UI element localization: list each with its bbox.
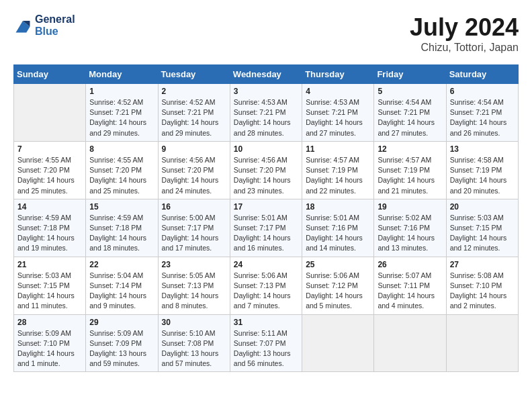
day-info: Sunrise: 4:56 AM Sunset: 7:20 PM Dayligh… bbox=[162, 155, 226, 196]
day-info: Sunrise: 5:09 AM Sunset: 7:09 PM Dayligh… bbox=[89, 328, 154, 369]
day-cell: 16Sunrise: 5:00 AM Sunset: 7:17 PM Dayli… bbox=[158, 199, 230, 257]
day-info: Sunrise: 5:02 AM Sunset: 7:16 PM Dayligh… bbox=[378, 213, 442, 254]
day-number: 19 bbox=[378, 202, 442, 212]
day-info: Sunrise: 4:54 AM Sunset: 7:21 PM Dayligh… bbox=[450, 97, 515, 138]
day-number: 3 bbox=[234, 87, 298, 96]
header-row: SundayMondayTuesdayWednesdayThursdayFrid… bbox=[14, 65, 519, 84]
day-info: Sunrise: 5:03 AM Sunset: 7:15 PM Dayligh… bbox=[450, 213, 515, 254]
col-header-tuesday: Tuesday bbox=[158, 65, 230, 84]
day-number: 26 bbox=[378, 260, 442, 269]
day-cell: 13Sunrise: 4:58 AM Sunset: 7:19 PM Dayli… bbox=[446, 141, 518, 199]
day-number: 16 bbox=[162, 202, 226, 212]
day-number: 12 bbox=[378, 144, 442, 154]
day-info: Sunrise: 5:07 AM Sunset: 7:11 PM Dayligh… bbox=[378, 271, 442, 312]
day-cell: 15Sunrise: 4:59 AM Sunset: 7:18 PM Dayli… bbox=[86, 199, 158, 257]
day-cell: 6Sunrise: 4:54 AM Sunset: 7:21 PM Daylig… bbox=[446, 84, 518, 142]
col-header-sunday: Sunday bbox=[14, 65, 86, 84]
day-number: 4 bbox=[306, 87, 370, 96]
day-number: 9 bbox=[162, 144, 226, 154]
day-info: Sunrise: 5:01 AM Sunset: 7:16 PM Dayligh… bbox=[306, 213, 370, 254]
page-header: General Blue July 2024 Chizu, Tottori, J… bbox=[13, 13, 519, 54]
day-cell: 9Sunrise: 4:56 AM Sunset: 7:20 PM Daylig… bbox=[158, 141, 230, 199]
day-cell: 17Sunrise: 5:01 AM Sunset: 7:17 PM Dayli… bbox=[230, 199, 302, 257]
week-row-2: 7Sunrise: 4:55 AM Sunset: 7:20 PM Daylig… bbox=[14, 141, 519, 199]
day-number: 5 bbox=[378, 87, 442, 96]
day-cell: 8Sunrise: 4:55 AM Sunset: 7:20 PM Daylig… bbox=[86, 141, 158, 199]
day-info: Sunrise: 5:09 AM Sunset: 7:10 PM Dayligh… bbox=[17, 328, 82, 369]
day-number: 20 bbox=[450, 202, 515, 212]
day-cell: 2Sunrise: 4:52 AM Sunset: 7:21 PM Daylig… bbox=[158, 84, 230, 142]
day-number: 28 bbox=[17, 318, 82, 327]
logo-icon bbox=[13, 16, 32, 35]
day-number: 2 bbox=[162, 87, 226, 96]
day-number: 30 bbox=[162, 318, 226, 327]
day-number: 6 bbox=[450, 87, 515, 96]
week-row-4: 21Sunrise: 5:03 AM Sunset: 7:15 PM Dayli… bbox=[14, 257, 519, 314]
col-header-wednesday: Wednesday bbox=[230, 65, 302, 84]
day-number: 14 bbox=[17, 202, 82, 212]
day-cell bbox=[302, 314, 374, 372]
col-header-saturday: Saturday bbox=[446, 65, 518, 84]
logo: General Blue bbox=[13, 13, 75, 38]
day-cell: 3Sunrise: 4:53 AM Sunset: 7:21 PM Daylig… bbox=[230, 84, 302, 142]
day-cell: 30Sunrise: 5:10 AM Sunset: 7:08 PM Dayli… bbox=[158, 314, 230, 372]
day-number: 31 bbox=[234, 318, 298, 327]
day-cell: 10Sunrise: 4:56 AM Sunset: 7:20 PM Dayli… bbox=[230, 141, 302, 199]
day-cell: 24Sunrise: 5:06 AM Sunset: 7:13 PM Dayli… bbox=[230, 257, 302, 314]
day-info: Sunrise: 4:54 AM Sunset: 7:21 PM Dayligh… bbox=[378, 97, 442, 138]
day-cell: 26Sunrise: 5:07 AM Sunset: 7:11 PM Dayli… bbox=[374, 257, 446, 314]
day-cell: 23Sunrise: 5:05 AM Sunset: 7:13 PM Dayli… bbox=[158, 257, 230, 314]
day-info: Sunrise: 4:59 AM Sunset: 7:18 PM Dayligh… bbox=[89, 213, 154, 254]
day-info: Sunrise: 4:52 AM Sunset: 7:21 PM Dayligh… bbox=[89, 97, 154, 138]
day-cell: 21Sunrise: 5:03 AM Sunset: 7:15 PM Dayli… bbox=[14, 257, 86, 314]
day-cell: 22Sunrise: 5:04 AM Sunset: 7:14 PM Dayli… bbox=[86, 257, 158, 314]
col-header-friday: Friday bbox=[374, 65, 446, 84]
day-number: 8 bbox=[89, 144, 154, 154]
day-cell bbox=[14, 84, 86, 142]
month-year: July 2024 bbox=[410, 13, 519, 42]
day-number: 24 bbox=[234, 260, 298, 269]
day-cell: 5Sunrise: 4:54 AM Sunset: 7:21 PM Daylig… bbox=[374, 84, 446, 142]
day-info: Sunrise: 5:06 AM Sunset: 7:12 PM Dayligh… bbox=[306, 271, 370, 312]
day-number: 18 bbox=[306, 202, 370, 212]
calendar-table: SundayMondayTuesdayWednesdayThursdayFrid… bbox=[13, 64, 519, 372]
day-number: 15 bbox=[89, 202, 154, 212]
day-cell: 14Sunrise: 4:59 AM Sunset: 7:18 PM Dayli… bbox=[14, 199, 86, 257]
col-header-monday: Monday bbox=[86, 65, 158, 84]
logo-text: General Blue bbox=[35, 13, 75, 38]
day-number: 17 bbox=[234, 202, 298, 212]
week-row-1: 1Sunrise: 4:52 AM Sunset: 7:21 PM Daylig… bbox=[14, 84, 519, 142]
day-cell bbox=[374, 314, 446, 372]
day-cell: 19Sunrise: 5:02 AM Sunset: 7:16 PM Dayli… bbox=[374, 199, 446, 257]
day-number: 25 bbox=[306, 260, 370, 269]
location: Chizu, Tottori, Japan bbox=[410, 42, 519, 54]
day-number: 29 bbox=[89, 318, 154, 327]
day-cell bbox=[446, 314, 518, 372]
day-cell: 18Sunrise: 5:01 AM Sunset: 7:16 PM Dayli… bbox=[302, 199, 374, 257]
day-cell: 11Sunrise: 4:57 AM Sunset: 7:19 PM Dayli… bbox=[302, 141, 374, 199]
day-info: Sunrise: 5:10 AM Sunset: 7:08 PM Dayligh… bbox=[162, 328, 226, 369]
day-number: 1 bbox=[89, 87, 154, 96]
day-cell: 29Sunrise: 5:09 AM Sunset: 7:09 PM Dayli… bbox=[86, 314, 158, 372]
week-row-5: 28Sunrise: 5:09 AM Sunset: 7:10 PM Dayli… bbox=[14, 314, 519, 372]
day-cell: 4Sunrise: 4:53 AM Sunset: 7:21 PM Daylig… bbox=[302, 84, 374, 142]
day-info: Sunrise: 5:00 AM Sunset: 7:17 PM Dayligh… bbox=[162, 213, 226, 254]
day-info: Sunrise: 4:57 AM Sunset: 7:19 PM Dayligh… bbox=[306, 155, 370, 196]
day-number: 21 bbox=[17, 260, 82, 269]
day-number: 11 bbox=[306, 144, 370, 154]
day-number: 13 bbox=[450, 144, 515, 154]
day-cell: 7Sunrise: 4:55 AM Sunset: 7:20 PM Daylig… bbox=[14, 141, 86, 199]
day-info: Sunrise: 4:55 AM Sunset: 7:20 PM Dayligh… bbox=[17, 155, 82, 196]
day-info: Sunrise: 4:56 AM Sunset: 7:20 PM Dayligh… bbox=[234, 155, 298, 196]
day-info: Sunrise: 4:59 AM Sunset: 7:18 PM Dayligh… bbox=[17, 213, 82, 254]
day-info: Sunrise: 5:05 AM Sunset: 7:13 PM Dayligh… bbox=[162, 271, 226, 312]
day-cell: 12Sunrise: 4:57 AM Sunset: 7:19 PM Dayli… bbox=[374, 141, 446, 199]
day-cell: 20Sunrise: 5:03 AM Sunset: 7:15 PM Dayli… bbox=[446, 199, 518, 257]
day-number: 23 bbox=[162, 260, 226, 269]
title-block: July 2024 Chizu, Tottori, Japan bbox=[410, 13, 519, 54]
day-info: Sunrise: 5:11 AM Sunset: 7:07 PM Dayligh… bbox=[234, 328, 298, 369]
day-info: Sunrise: 4:53 AM Sunset: 7:21 PM Dayligh… bbox=[306, 97, 370, 138]
day-info: Sunrise: 4:57 AM Sunset: 7:19 PM Dayligh… bbox=[378, 155, 442, 196]
col-header-thursday: Thursday bbox=[302, 65, 374, 84]
day-info: Sunrise: 5:04 AM Sunset: 7:14 PM Dayligh… bbox=[89, 271, 154, 312]
